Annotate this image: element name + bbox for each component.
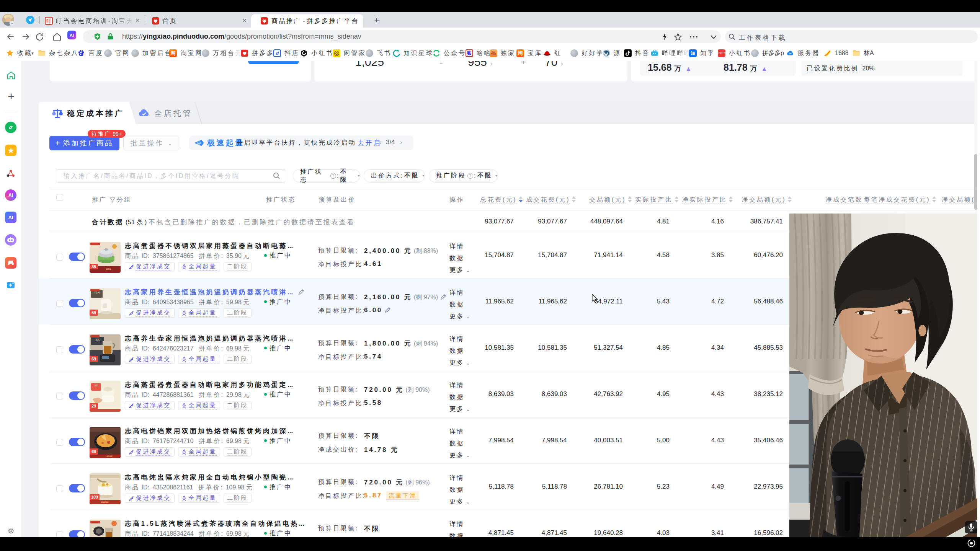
svg-text:35: 35 [91, 264, 96, 269]
svg-text:72H: 72H [94, 291, 100, 294]
svg-text:69: 69 [91, 449, 96, 454]
svg-text:##: ## [95, 384, 98, 387]
svg-text:####: #### [106, 455, 113, 458]
svg-text:59: 59 [91, 310, 96, 315]
svg-text:#####: ##### [101, 501, 109, 504]
svg-text:###: ### [106, 267, 111, 271]
svg-text:30L: 30L [95, 338, 100, 341]
svg-text:69: 69 [91, 357, 96, 361]
svg-text:109: 109 [91, 495, 98, 499]
svg-text:29: 29 [91, 404, 96, 408]
